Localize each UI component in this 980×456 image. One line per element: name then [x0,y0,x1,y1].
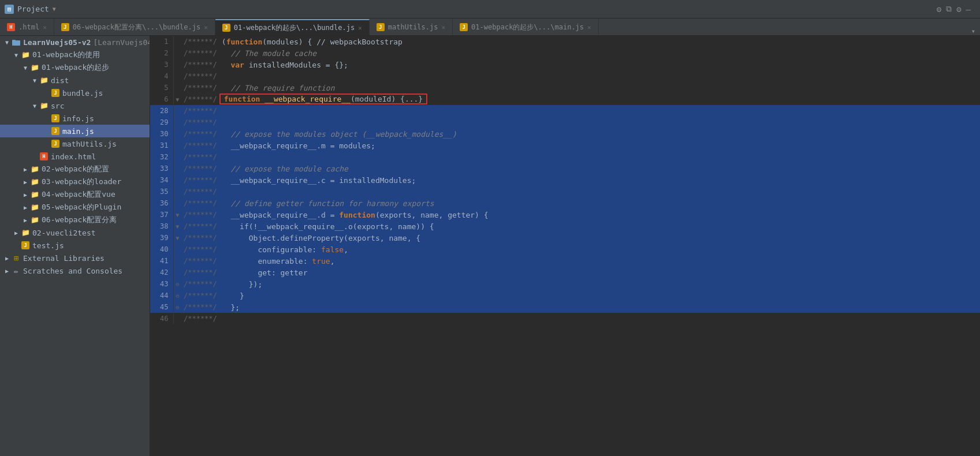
sidebar-item-mathutils[interactable]: J mathUtils.js [0,137,150,150]
table-row: 46/******/ [150,313,980,324]
line-comment: /******/ [181,197,219,209]
fold-indicator [173,313,181,324]
table-row: 29/******/ [150,117,980,128]
fold-indicator[interactable]: ⊖ [173,301,181,313]
table-row: 2/******/ // The module cache [150,47,980,59]
table-row: 43⊖/******/ }); [150,278,980,290]
table-row: 30/******/ // expose the modules object … [150,128,980,140]
line-number: 41 [150,255,173,267]
sidebar-item-external[interactable]: ▶ ⊞ External Libraries [0,252,150,264]
line-code [219,70,980,82]
index-html-label: index.html [51,152,96,161]
line-code: } [219,290,980,301]
fold-indicator[interactable]: ⊖ [173,278,181,290]
line-comment: /******/ [181,244,219,255]
line-comment: /******/ [181,301,219,313]
tab-menu-icon[interactable]: ▾ [971,27,975,35]
sidebar-item-info[interactable]: J info.js [0,112,150,125]
line-number: 45 [150,301,173,313]
line-code [219,313,980,324]
root-folder-icon [12,38,21,47]
split-icon[interactable]: ⧉ [946,4,952,14]
fold-indicator[interactable]: ▼ [173,209,181,220]
line-comment: /******/ [181,267,219,278]
sidebar: ▼ LearnVuejs05-v2 [LearnVuejs04-v2] F:\s… [0,36,150,456]
tab-bundle06-close[interactable]: ✕ [204,24,208,31]
line-comment: /******/ [181,94,219,105]
tab-html-close[interactable]: ✕ [43,24,47,31]
table-row: 1/******/(function(modules) { // webpack… [150,36,980,47]
fold-indicator[interactable]: ⊖ [173,290,181,301]
line-comment: /******/ [181,313,219,324]
svg-rect-1 [12,40,20,46]
sidebar-item-bundle-dist[interactable]: J bundle.js [0,87,150,99]
table-row: 36/******/ // define getter function for… [150,197,980,209]
line-number: 43 [150,278,173,290]
01webpack-folder-icon: 📁 [21,50,30,59]
sidebar-item-02vuecli[interactable]: ▶ 📁 02-vuecli2test [0,226,150,239]
sidebar-item-01webpack[interactable]: ▼ 📁 01-webpack的使用 [0,48,150,61]
scratches-label: Scratches and Consoles [23,267,122,275]
sidebar-item-05plugin[interactable]: ▶ 📁 05-webpack的Plugin [0,201,150,214]
line-number: 32 [150,151,173,163]
table-row: 5/******/ // The require function [150,82,980,94]
sidebar-item-02config[interactable]: ▶ 📁 02-webpack的配置 [0,163,150,175]
fold-indicator[interactable]: ▼ [173,94,181,105]
line-number: 44 [150,290,173,301]
sidebar-item-06fenlii[interactable]: ▶ 📁 06-webpack配置分离 [0,214,150,226]
01webpack-arrow: ▼ [12,50,21,59]
sidebar-item-index[interactable]: H index.html [0,150,150,163]
fold-indicator [173,59,181,70]
sidebar-item-src[interactable]: ▼ 📁 src [0,99,150,112]
src-label: src [51,102,64,110]
line-comment: /******/ [181,255,219,267]
sidebar-item-04vue[interactable]: ▶ 📁 04-webpack配置vue [0,188,150,201]
main-layout: ▼ LearnVuejs05-v2 [LearnVuejs04-v2] F:\s… [0,36,980,456]
line-code: __webpack_require__.d = function(exports… [219,209,980,220]
project-label[interactable]: ▤ Project ▼ [5,5,56,14]
tab-main[interactable]: J 01-webpack的起步\...\main.js ✕ [453,19,599,35]
sidebar-item-scratches[interactable]: ▶ ✏ Scratches and Consoles [0,264,150,277]
settings-icon[interactable]: ⚙ [937,5,941,14]
line-code [219,186,980,197]
line-number: 46 [150,313,173,324]
code-editor[interactable]: 1/******/(function(modules) { // webpack… [150,36,980,456]
fold-indicator[interactable]: ▼ [173,220,181,232]
sidebar-item-01qibu[interactable]: ▼ 📁 01-webpack的起步 [0,61,150,74]
tab-html[interactable]: H .html ✕ [0,19,54,35]
tab-bundle-01[interactable]: J 01-webpack的起步\...\bundle.js ✕ [215,19,370,35]
minimize-icon[interactable]: — [966,5,971,14]
line-code [219,151,980,163]
table-row: 3/******/ var installedModules = {}; [150,59,980,70]
03loader-label: 03-webpack的loader [42,177,121,187]
02config-label: 02-webpack的配置 [42,164,109,174]
line-code: get: getter [219,267,980,278]
line-code: if(!__webpack_require__.o(exports, name)… [219,220,980,232]
line-comment: /******/ [181,220,219,232]
tab-mathutils-close[interactable]: ✕ [441,24,445,31]
line-comment: /******/ [181,128,219,140]
config-icon[interactable]: ⚙ [956,5,961,14]
table-row: 4/******/ [150,70,980,82]
sidebar-item-03loader[interactable]: ▶ 📁 03-webpack的loader [0,175,150,188]
sidebar-item-root[interactable]: ▼ LearnVuejs05-v2 [LearnVuejs04-v2] F:\s… [0,36,150,48]
sidebar-item-testjs[interactable]: J test.js [0,239,150,252]
tab-main-close[interactable]: ✕ [587,24,591,31]
line-number: 42 [150,267,173,278]
tab-bundle01-close[interactable]: ✕ [358,24,362,32]
tab-mathutils[interactable]: J mathUtils.js ✕ [370,19,453,35]
tab-main-label: 01-webpack的起步\...\main.js [471,23,584,32]
fold-indicator[interactable]: ▼ [173,232,181,244]
table-row: 42/******/ get: getter [150,267,980,278]
line-code: Object.defineProperty(exports, name, { [219,232,980,244]
05plugin-arrow: ▶ [21,203,30,212]
line-code: function __webpack_require__(moduleId) {… [219,94,427,104]
tab-bundle-06[interactable]: J 06-webpack配置分离\...\bundle.js ✕ [54,19,215,35]
sidebar-item-main[interactable]: J main.js [0,125,150,137]
line-number: 35 [150,186,173,197]
scratches-arrow: ▶ [2,266,12,275]
line-code: var installedModules = {}; [219,59,980,70]
line-comment: /******/ [181,209,219,220]
sidebar-item-dist[interactable]: ▼ 📁 dist [0,74,150,87]
01qibu-arrow: ▼ [21,63,30,72]
